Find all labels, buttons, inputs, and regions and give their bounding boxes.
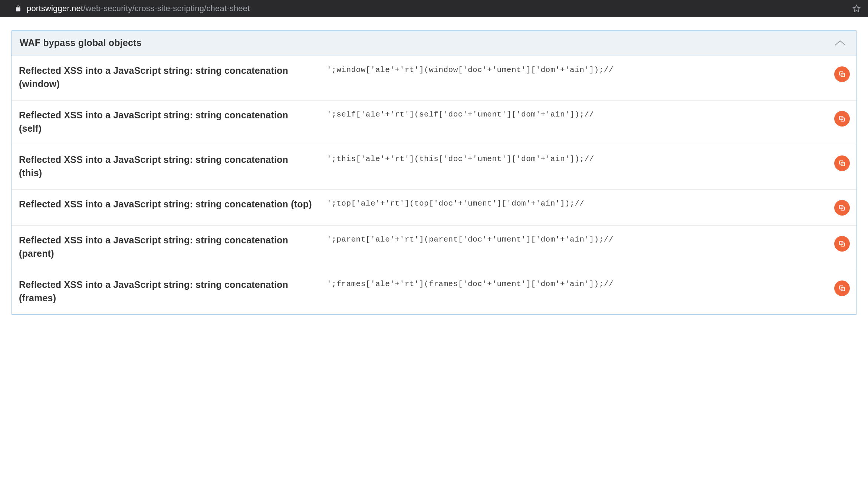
entry-title: Reflected XSS into a JavaScript string: … bbox=[19, 109, 312, 135]
entry-title: Reflected XSS into a JavaScript string: … bbox=[19, 153, 312, 180]
entry-row: Reflected XSS into a JavaScript string: … bbox=[11, 270, 857, 314]
entry-row: Reflected XSS into a JavaScript string: … bbox=[11, 190, 857, 226]
entry-code: ';top['ale'+'rt'](top['doc'+'ument']['do… bbox=[327, 198, 819, 208]
entry-row: Reflected XSS into a JavaScript string: … bbox=[11, 226, 857, 270]
svg-marker-0 bbox=[853, 5, 860, 12]
star-icon[interactable] bbox=[852, 4, 861, 13]
entry-title: Reflected XSS into a JavaScript string: … bbox=[19, 64, 312, 91]
copy-button[interactable] bbox=[834, 155, 850, 171]
entry-title: Reflected XSS into a JavaScript string: … bbox=[19, 234, 312, 260]
url-text: portswigger.net/web-security/cross-site-… bbox=[27, 4, 250, 13]
copy-button[interactable] bbox=[834, 236, 850, 252]
entry-code: ';window['ale'+'rt'](window['doc'+'ument… bbox=[327, 64, 819, 74]
lock-icon bbox=[15, 5, 22, 12]
accordion-panel: WAF bypass global objects Reflected XSS … bbox=[11, 30, 857, 315]
accordion-body: Reflected XSS into a JavaScript string: … bbox=[11, 56, 857, 314]
content-area: WAF bypass global objects Reflected XSS … bbox=[0, 17, 868, 315]
copy-icon bbox=[838, 70, 846, 78]
entry-row: Reflected XSS into a JavaScript string: … bbox=[11, 101, 857, 145]
accordion-title: WAF bypass global objects bbox=[20, 37, 142, 48]
copy-icon bbox=[838, 160, 846, 167]
copy-button[interactable] bbox=[834, 111, 850, 127]
entry-code: ';self['ale'+'rt'](self['doc'+'ument']['… bbox=[327, 109, 819, 119]
entry-code: ';parent['ale'+'rt'](parent['doc'+'ument… bbox=[327, 234, 819, 244]
entry-code: ';this['ale'+'rt'](this['doc'+'ument']['… bbox=[327, 153, 819, 163]
url-path: /web-security/cross-site-scripting/cheat… bbox=[83, 4, 250, 13]
copy-icon bbox=[838, 204, 846, 211]
browser-address-bar[interactable]: portswigger.net/web-security/cross-site-… bbox=[0, 0, 868, 17]
copy-icon bbox=[838, 240, 846, 247]
accordion-header[interactable]: WAF bypass global objects bbox=[11, 31, 857, 56]
chevron-up-icon bbox=[834, 39, 846, 47]
entry-row: Reflected XSS into a JavaScript string: … bbox=[11, 56, 857, 101]
url-host: portswigger.net bbox=[27, 4, 83, 13]
copy-button[interactable] bbox=[834, 200, 850, 216]
copy-button[interactable] bbox=[834, 280, 850, 296]
copy-button[interactable] bbox=[834, 66, 850, 82]
entry-title: Reflected XSS into a JavaScript string: … bbox=[19, 278, 312, 305]
entry-row: Reflected XSS into a JavaScript string: … bbox=[11, 145, 857, 190]
entry-code: ';frames['ale'+'rt'](frames['doc'+'ument… bbox=[327, 278, 819, 288]
copy-icon bbox=[838, 285, 846, 292]
entry-title: Reflected XSS into a JavaScript string: … bbox=[19, 198, 312, 211]
copy-icon bbox=[838, 115, 846, 122]
